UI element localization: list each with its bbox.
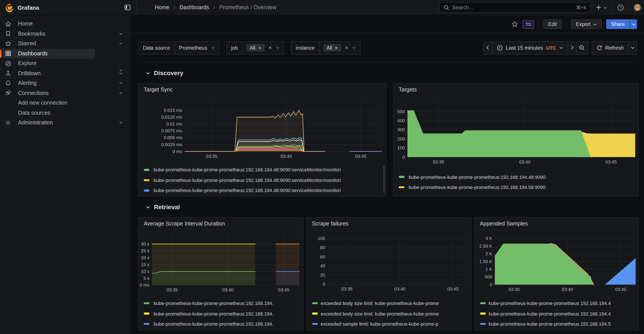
svg-text:0.0025 ms: 0.0025 ms xyxy=(161,142,182,147)
legend-swatch xyxy=(312,313,318,315)
chevron-down-icon[interactable] xyxy=(119,81,123,86)
svg-text:0.0125 ms: 0.0125 ms xyxy=(161,114,182,120)
chevron-down-icon xyxy=(632,22,636,26)
legend-item[interactable]: exceeded body size limit: kube-prometheu… xyxy=(312,298,464,308)
legend-item[interactable]: :kube-prometheus-kube-prome-prometheus:1… xyxy=(399,182,632,192)
svg-text:1.50 K: 1.50 K xyxy=(479,259,492,264)
switch-view-button[interactable] xyxy=(523,20,534,28)
sidebar-item-administration[interactable]: Administration xyxy=(0,118,130,128)
datasource-value[interactable]: Prometheus xyxy=(179,44,207,51)
divider xyxy=(138,62,637,62)
star-dashboard-button[interactable] xyxy=(511,21,518,28)
chevron-down-icon[interactable] xyxy=(119,71,123,76)
panel-title[interactable]: Scrape failures xyxy=(312,220,348,227)
sidebar-item-add-new-connection[interactable]: Add new connection xyxy=(0,98,130,108)
help-button[interactable]: ? xyxy=(617,4,624,11)
legend-swatch xyxy=(480,323,486,325)
legend-item[interactable]: :kube-prometheus-kube-prome-prometheus:1… xyxy=(144,175,380,185)
home-icon xyxy=(5,21,12,27)
edit-button[interactable]: Edit xyxy=(543,20,562,29)
divider xyxy=(566,21,567,28)
time-range-label: Last 15 minutes xyxy=(506,44,543,51)
panel-title[interactable]: Targets xyxy=(399,86,417,93)
svg-text:25 s: 25 s xyxy=(141,248,150,253)
instance-chip[interactable]: All xyxy=(323,44,341,52)
svg-text:03:45: 03:45 xyxy=(605,159,616,164)
row-title: Discovery xyxy=(154,70,183,76)
legend-item[interactable]: kube-prometheus-kube-prome-prometheus 19… xyxy=(480,308,632,319)
legend-swatch xyxy=(312,323,318,325)
legend-scrollbar[interactable] xyxy=(383,166,384,193)
time-range-picker[interactable]: Last 15 minutes UTC xyxy=(492,41,568,54)
sidebar-item-bookmarks[interactable]: Bookmarks xyxy=(0,29,130,39)
time-forward-button[interactable] xyxy=(568,41,577,54)
instance-filter[interactable]: instance All xyxy=(291,41,361,54)
row-retrieval[interactable]: Retrieval xyxy=(146,204,180,210)
grafana-logo-icon[interactable] xyxy=(5,3,14,12)
legend-item[interactable]: :kube-prometheus-kube-prome-prometheus:1… xyxy=(144,164,380,175)
search-box[interactable]: ⌘+k xyxy=(439,2,590,13)
legend-item[interactable]: :kube-prometheus-kube-prome-prometheus:1… xyxy=(144,308,297,319)
search-input[interactable] xyxy=(452,4,573,10)
swap-arrows-icon xyxy=(525,22,532,26)
panel-title[interactable]: Target Sync xyxy=(144,86,173,93)
sidebar-item-starred[interactable]: Starred xyxy=(0,39,130,48)
chevron-up-icon[interactable] xyxy=(119,91,123,95)
job-chip[interactable]: All xyxy=(246,44,265,52)
sidebar-item-home[interactable]: Home xyxy=(0,19,130,29)
share-menu-button[interactable] xyxy=(630,20,637,29)
legend-item[interactable]: exceeded body size limit: kube-prometheu… xyxy=(312,308,464,319)
time-back-button[interactable] xyxy=(483,41,492,54)
row-discovery[interactable]: Discovery xyxy=(146,70,183,76)
legend-item[interactable]: :kube-prometheus-kube-prome-prometheus:1… xyxy=(144,298,297,308)
datasource-picker[interactable]: Data source Prometheus xyxy=(138,41,219,54)
refresh-button[interactable]: Refresh xyxy=(592,41,628,54)
sidebar-item-data-sources[interactable]: Data sources xyxy=(0,108,130,118)
chevron-down-icon[interactable] xyxy=(119,121,123,125)
sidebar-item-alerting[interactable]: Alerting xyxy=(0,78,130,88)
close-icon[interactable] xyxy=(335,46,338,50)
clear-icon[interactable] xyxy=(268,46,272,50)
close-icon[interactable] xyxy=(258,46,262,50)
divider xyxy=(612,4,612,11)
drilldown-icon xyxy=(5,70,12,77)
add-new-button[interactable] xyxy=(596,4,607,10)
svg-text:0: 0 xyxy=(402,154,405,160)
dock-sidebar-icon[interactable] xyxy=(124,4,131,11)
zoom-out-time-button[interactable] xyxy=(576,41,588,54)
legend-item[interactable]: exceeded sample limit: kube-prometheus-k… xyxy=(312,319,464,329)
panel-title[interactable]: Appended Samples xyxy=(480,220,528,227)
svg-text:03:45: 03:45 xyxy=(447,286,458,291)
chevron-down-icon[interactable] xyxy=(119,32,123,36)
breadcrumb-home[interactable]: Home xyxy=(155,4,170,10)
sidebar-item-connections[interactable]: Connections xyxy=(0,88,130,98)
dashboards-grid-icon xyxy=(5,50,12,57)
clear-icon[interactable] xyxy=(345,46,349,50)
dashboard-toolbar: Edit Export Share xyxy=(130,16,644,34)
job-filter[interactable]: job All xyxy=(226,41,284,54)
divider xyxy=(628,4,629,11)
chevron-right-icon xyxy=(212,6,216,10)
export-button[interactable]: Export xyxy=(571,20,602,29)
time-controls: Last 15 minutes UTC Refresh xyxy=(483,41,637,54)
legend-swatch xyxy=(144,313,150,315)
legend-item[interactable]: kube-prometheus-kube-prome-prometheus 19… xyxy=(480,298,632,308)
share-button[interactable]: Share xyxy=(606,20,630,29)
panel-title[interactable]: Average Scrape Interval Duration xyxy=(144,220,225,227)
sidebar-item-drilldown[interactable]: Drilldown xyxy=(0,68,130,78)
plus-icon xyxy=(596,4,602,10)
legend-item[interactable]: kube-prometheus-kube-prome-prometheus 19… xyxy=(480,319,632,329)
sidebar-item-explore[interactable]: Explore xyxy=(0,58,130,68)
legend-item[interactable]: :kube-prometheus-kube-prome-prometheus:1… xyxy=(144,185,380,196)
chevron-down-icon[interactable] xyxy=(119,42,123,46)
clock-icon xyxy=(496,44,503,51)
legend-item[interactable]: :kube-prometheus-kube-prome-prometheus:1… xyxy=(144,319,297,329)
svg-text:03:35: 03:35 xyxy=(433,159,444,164)
sidebar-item-dashboards[interactable]: Dashboards xyxy=(0,48,95,58)
user-avatar[interactable] xyxy=(634,4,641,11)
breadcrumb-dashboards[interactable]: Dashboards xyxy=(180,4,209,10)
legend-item[interactable]: :kube-prometheus-kube-prome-prometheus:1… xyxy=(399,172,632,182)
top-bar-left: Grafana xyxy=(0,0,137,15)
refresh-interval-button[interactable] xyxy=(628,41,637,54)
svg-text:03:45: 03:45 xyxy=(615,287,626,292)
